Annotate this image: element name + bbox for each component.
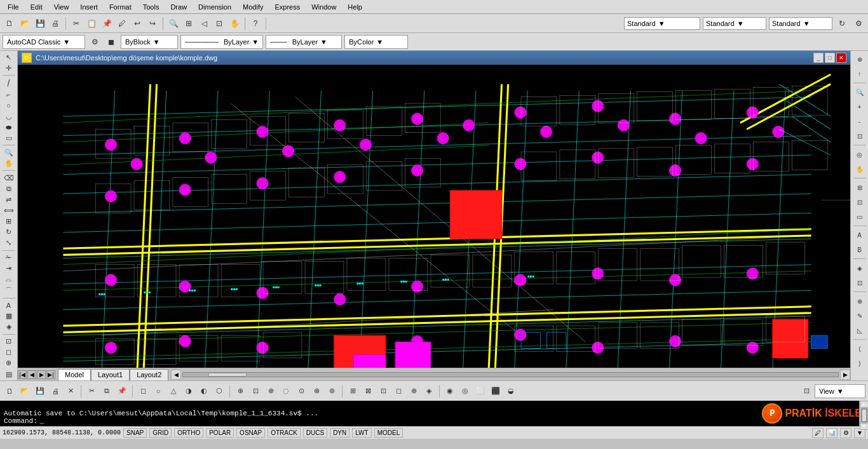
status-icon1[interactable]: 🖊 [812,428,824,438]
color-dropdown[interactable]: ByBlock ▼ [121,35,178,49]
bt-view6[interactable]: ◈ [422,384,436,398]
menu-view[interactable]: View [49,2,74,12]
h-scroll-thumb[interactable] [208,373,247,377]
undo-button[interactable]: ↩ [130,17,144,30]
lt-mirror[interactable]: ⇌ [2,194,16,204]
visual-dropdown[interactable]: Standard ▼ [769,17,832,30]
rt-blk2[interactable]: ⊡ [853,276,867,290]
rt-ucs[interactable]: ⊕ [853,52,867,66]
zoom-prev[interactable]: ◁ [197,17,211,30]
dyn-btn[interactable]: DYN [330,428,349,438]
plot-button[interactable]: 🖨 [48,17,62,30]
bt-cut[interactable]: ✂ [85,384,98,398]
rt-zoomout[interactable]: - [853,114,867,128]
menu-draw[interactable]: Draw [165,2,192,12]
command-input[interactable]: _ [40,417,44,425]
otrack-btn[interactable]: OTRACK [268,428,301,438]
rt-misc4[interactable]: ⟨ [853,342,867,356]
style-dropdown[interactable]: Standard ▼ [703,17,766,30]
lt-region[interactable]: ◈ [2,322,16,332]
status-icon2[interactable]: 📊 [826,428,837,438]
lwt-btn[interactable]: LWT [352,428,371,438]
bt-save[interactable]: 💾 [33,384,47,398]
tab-model[interactable]: Model [58,369,91,380]
bt-3d2[interactable]: ◎ [458,384,472,398]
bt-view2[interactable]: ⊠ [361,384,375,398]
drawing-area[interactable]: D C:\Users\mesut\Desktop\emg döşeme komp… [18,51,850,380]
rt-misc3[interactable]: ◺ [853,323,867,337]
cmd-scroll-thumb[interactable] [862,409,867,422]
cad-canvas[interactable]: ■■■ ■■■ ■■■ ■■■ ■■■ ■■■ ■■■ ■■■ ■■■ ■■■ [18,65,850,368]
restore-button[interactable]: □ [825,53,835,63]
workspace-dropdown[interactable]: Standard ▼ [624,17,700,30]
bt-shape3[interactable]: △ [166,384,180,398]
layout-last-btn[interactable]: ▶| [46,370,55,379]
layer-toggle-btn[interactable]: ◼ [104,35,118,49]
lt-properties[interactable]: ⊡ [2,337,16,347]
ducs-btn[interactable]: DUCS [303,428,327,438]
rt-text1[interactable]: A [853,228,867,242]
scroll-right-btn[interactable]: ▶ [840,370,850,380]
bt-shape1[interactable]: ◻ [136,384,150,398]
layout-next-btn[interactable]: ▶ [37,370,46,379]
lt-copy[interactable]: ⧉ [2,184,16,194]
lt-ellipse[interactable]: ⬬ [2,122,16,132]
new-button[interactable]: 🗋 [3,17,17,30]
workspace-selector[interactable]: AutoCAD Classic ▼ [3,35,85,49]
close-button[interactable]: ✕ [836,53,846,63]
bt-new[interactable]: 🗋 [3,384,17,398]
rt-text2[interactable]: B [853,243,867,257]
open-button[interactable]: 📂 [18,17,32,30]
bt-snap1[interactable]: ⊕ [233,384,247,398]
bt-shape2[interactable]: ○ [151,384,165,398]
rt-zoomin[interactable]: + [853,100,867,114]
menu-express[interactable]: Express [269,2,305,12]
bt-open[interactable]: 📂 [18,384,32,398]
minimize-button[interactable]: _ [813,53,824,63]
bt-paste2[interactable]: 📌 [115,384,129,398]
zoom-extents[interactable]: ⊡ [212,17,226,30]
layer-settings-btn[interactable]: ⚙ [88,35,102,49]
sync-button[interactable]: ↻ [835,17,849,30]
model-btn[interactable]: MODEL [374,428,403,438]
lt-adcenter[interactable]: ⊕ [2,358,16,368]
bt-3d4[interactable]: ⬛ [489,384,503,398]
bt-3d5[interactable]: ◒ [504,384,518,398]
lt-rotate[interactable]: ↻ [2,227,16,238]
lt-circle[interactable]: ○ [2,100,16,111]
osnap-btn[interactable]: OSNAP [236,428,265,438]
redo-button[interactable]: ↪ [146,17,159,30]
bt-snap3[interactable]: ⊕ [264,384,278,398]
rt-orbit[interactable]: ◎ [853,147,867,161]
manage-button[interactable]: ⚙ [851,17,865,30]
bt-snap2[interactable]: ⊡ [248,384,262,398]
rt-pan2[interactable]: ✋ [853,162,867,176]
bt-shape6[interactable]: ⬡ [212,384,226,398]
lt-toolpalettes[interactable]: ▤ [2,369,16,379]
menu-help[interactable]: Help [342,2,367,12]
lt-fillet[interactable]: ⌒ [2,285,16,296]
layout-prev-btn[interactable]: ◀ [27,370,36,379]
snap-btn[interactable]: SNAP [123,428,147,438]
bt-view5[interactable]: ⊕ [407,384,421,398]
h-scroll-track[interactable] [182,372,839,377]
bt-snap5[interactable]: ⊙ [294,384,308,398]
layout-first-btn[interactable]: |◀ [18,370,27,379]
paste-button[interactable]: 📌 [100,17,114,30]
lt-break[interactable]: ⌓ [2,274,16,285]
polar-btn[interactable]: POLAR [206,428,234,438]
lt-trim[interactable]: ✁ [2,253,16,263]
lt-line[interactable]: / [2,77,16,89]
lt-extend[interactable]: ⇥ [2,264,16,274]
rt-misc2[interactable]: ✎ [853,309,867,323]
scroll-left-btn[interactable]: ◀ [171,370,181,380]
bt-shape4[interactable]: ◑ [182,384,196,398]
bt-snap7[interactable]: ⊛ [325,384,339,398]
cmd-scroll-up[interactable]: ▲ [860,401,869,408]
lt-arc[interactable]: ◡ [2,111,16,121]
ortho-btn[interactable]: ORTHO [174,428,203,438]
bt-view1[interactable]: ⊞ [346,384,360,398]
lt-pan[interactable]: ✋ [2,158,16,168]
rt-dim3[interactable]: ▭ [853,210,867,224]
rt-misc5[interactable]: ⟩ [853,356,867,370]
